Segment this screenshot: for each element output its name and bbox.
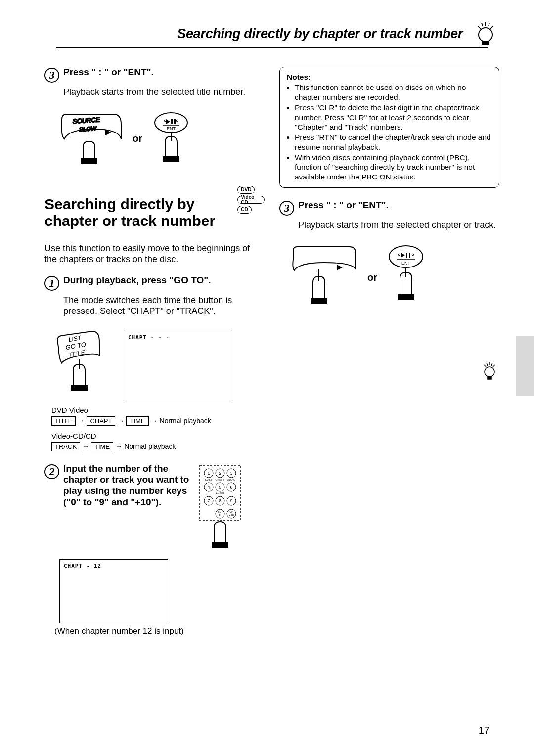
step3r-title: Press " : " or "ENT". (298, 200, 499, 211)
svg-text:3: 3 (230, 471, 232, 476)
svg-text:4: 4 (207, 485, 210, 489)
svg-text:1: 1 (207, 471, 210, 476)
page-number: 17 (479, 725, 490, 736)
svg-text:ENT: ENT (401, 261, 411, 266)
note-item: Press "CLR" to delete the last digit in … (295, 103, 492, 132)
svg-point-61 (485, 367, 494, 377)
step-number-2: 2 (44, 464, 59, 479)
note-item: With video discs containing playback con… (295, 153, 492, 181)
svg-text:SLOW: SLOW (79, 125, 97, 133)
badge-dvd: DVD (237, 186, 255, 194)
or-label-right: or (367, 272, 377, 283)
step2-caption: (When chapter number 12 is input) (54, 626, 265, 636)
svg-line-67 (491, 363, 492, 366)
step-number-3: 3 (44, 68, 59, 83)
number-keypad-diagram: 1 2 3 SUB.T ON/OFF AUDIO 4 5 6 ANGLE 7 (198, 463, 242, 554)
svg-text:2: 2 (219, 471, 221, 476)
lightbulb-icon-small (481, 361, 498, 383)
svg-point-13 (164, 120, 166, 122)
goto-button-diagram: LIST GO TO TITLE (54, 331, 104, 397)
svg-text:AUDIO: AUDIO (227, 478, 235, 481)
svg-line-5 (489, 23, 490, 26)
svg-rect-60 (398, 294, 414, 299)
section-heading: Searching directly by chapter or track n… (44, 196, 231, 230)
svg-rect-53 (311, 298, 327, 303)
svg-text:UP: UP (230, 510, 234, 513)
badge-videocd: Video CD (237, 196, 265, 204)
svg-point-58 (412, 254, 414, 256)
notes-title: Notes: (287, 72, 492, 82)
step3r-text: Playback starts from the selected chapte… (298, 220, 499, 231)
svg-rect-16 (163, 156, 179, 161)
svg-text:SOURCE: SOURCE (72, 116, 100, 125)
notes-box: Notes: This function cannot be used on d… (279, 67, 499, 188)
svg-text:ANGLE: ANGLE (216, 492, 225, 495)
svg-text:5: 5 (219, 485, 221, 489)
svg-line-3 (490, 26, 493, 29)
badge-cd: CD (237, 206, 251, 214)
svg-line-65 (493, 365, 495, 367)
chain1-label: DVD Video (51, 406, 265, 414)
svg-text:+10: +10 (229, 514, 234, 517)
step1-text: The mode switches each time the button i… (63, 295, 265, 317)
source-slow-button-diagram: SOURCE SLOW (59, 112, 124, 166)
svg-text:ENT: ENT (167, 126, 176, 131)
page-title: Searching directly by chapter or track n… (177, 26, 463, 42)
svg-line-66 (487, 363, 488, 366)
svg-text:9: 9 (230, 498, 232, 503)
svg-point-57 (398, 254, 400, 256)
step3-title: Press " : " or "ENT". (63, 67, 265, 78)
step2-title: Input the number of the chapter or track… (63, 463, 192, 508)
step1-title: During playback, press "GO TO". (63, 275, 265, 286)
section-intro: Use this function to easily move to the … (44, 243, 265, 265)
svg-rect-21 (71, 385, 87, 390)
play-button-diagram (289, 245, 358, 311)
side-tab (516, 336, 534, 396)
svg-point-14 (176, 120, 178, 122)
or-label: or (133, 133, 142, 144)
svg-line-4 (482, 23, 483, 26)
svg-text:8: 8 (219, 498, 221, 503)
note-item: Press "RTN" to cancel the chapter/track … (295, 133, 492, 152)
svg-line-2 (478, 26, 481, 29)
svg-rect-51 (212, 542, 228, 547)
svg-line-64 (484, 365, 486, 367)
svg-point-0 (479, 28, 492, 42)
ent-button-diagram: ENT (151, 112, 191, 166)
display-box-chapt12: CHAPT - 12 (59, 559, 168, 623)
svg-rect-62 (488, 376, 491, 379)
note-item: This function cannot be used on discs on… (295, 83, 492, 102)
svg-text:SUB.T: SUB.T (205, 478, 213, 481)
header-divider (56, 47, 488, 48)
step-number-1: 1 (44, 276, 59, 291)
chain2-label: Video-CD/CD (51, 432, 265, 440)
step3-text: Playback starts from the selected title … (63, 87, 265, 98)
svg-text:6: 6 (230, 485, 232, 489)
svg-text:7: 7 (207, 498, 210, 503)
chain2-row: TRACK→ TIME→ Normal playback (51, 442, 265, 451)
svg-rect-9 (81, 159, 97, 164)
display-box-chapt: CHAPT - - - (124, 331, 232, 400)
svg-text:0: 0 (219, 513, 221, 517)
lightbulb-icon (472, 20, 499, 47)
disc-type-badges: DVD Video CD CD (237, 186, 265, 214)
ent-button-diagram-right: ENT (386, 245, 426, 311)
step-number-3-right: 3 (279, 201, 294, 216)
chain1-row: TITLE→ CHAPT→ TIME→ Normal playback (51, 416, 265, 426)
svg-text:ON/OFF: ON/OFF (216, 478, 225, 481)
